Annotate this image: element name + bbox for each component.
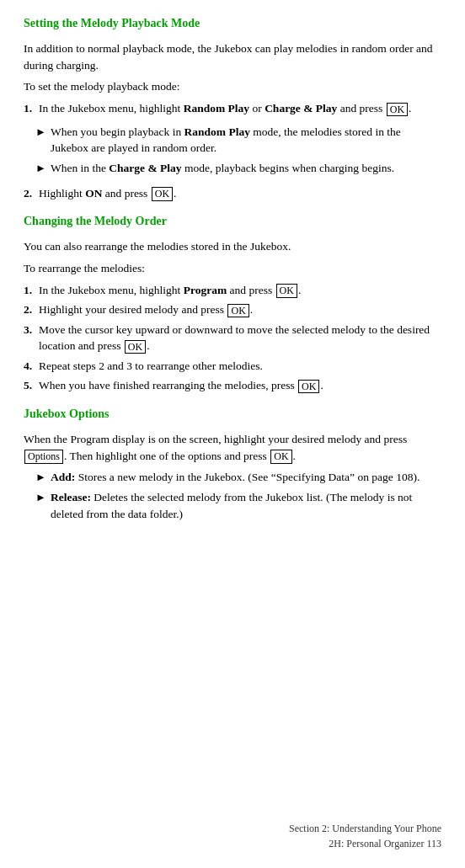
page-footer: Section 2: Understanding Your Phone 2H: … bbox=[24, 813, 441, 851]
step-num-2: 2. bbox=[24, 185, 39, 202]
bold-charge-play-2: Charge & Play bbox=[109, 162, 181, 174]
step-content-2-5: When you have finished rearranging the m… bbox=[39, 377, 441, 394]
ok-box-5: OK bbox=[125, 340, 146, 354]
step-1-1: 1. In the Jukebox menu, highlight Random… bbox=[24, 100, 441, 117]
bullet-2-2: ► Release: Deletes the selected melody f… bbox=[32, 489, 441, 522]
bullet-2-1: ► Add: Stores a new melody in the Jukebo… bbox=[32, 469, 441, 486]
ok-box-2: OK bbox=[152, 187, 173, 200]
step-content-2-3: Move the cursor key upward or downward t… bbox=[39, 322, 441, 354]
bullets-list-2: ► Add: Stores a new melody in the Jukebo… bbox=[32, 469, 441, 525]
step-num-1: 1. bbox=[24, 100, 39, 117]
bullet-content-3: Add: Stores a new melody in the Jukebox.… bbox=[51, 469, 441, 486]
heading-jukebox-options: Jukebox Options bbox=[24, 406, 441, 423]
steps-list-1b: 2. Highlight ON and press OK. bbox=[24, 185, 441, 205]
step-2-3: 3. Move the cursor key upward or downwar… bbox=[24, 322, 441, 354]
heading-melody-order: Changing the Melody Order bbox=[24, 213, 441, 230]
bullet-content-1: When you begin playback in Random Play m… bbox=[51, 124, 441, 157]
bullet-arrow-2: ► bbox=[35, 161, 47, 177]
ok-box-4: OK bbox=[227, 304, 249, 317]
step-num-2-3: 3. bbox=[24, 322, 39, 338]
intro-text-3: When the Program display is on the scree… bbox=[24, 431, 441, 464]
bold-random-play-2: Random Play bbox=[184, 125, 250, 138]
step-num-2-5: 5. bbox=[24, 377, 39, 394]
steps-list-1: 1. In the Jukebox menu, highlight Random… bbox=[24, 100, 441, 120]
bullets-list-1: ► When you begin playback in Random Play… bbox=[32, 124, 441, 180]
step-2-2: 2. Highlight your desired melody and pre… bbox=[24, 301, 441, 318]
step-content-2-2: Highlight your desired melody and press … bbox=[39, 301, 441, 318]
intro-text-2b: To rearrange the melodies: bbox=[24, 260, 441, 277]
step-2-4: 4. Repeat steps 2 and 3 to rearrange oth… bbox=[24, 358, 441, 375]
step-content-2-4: Repeat steps 2 and 3 to rearrange other … bbox=[39, 358, 441, 375]
bold-on: ON bbox=[85, 187, 102, 200]
intro-text-1b: To set the melody playback mode: bbox=[24, 78, 441, 95]
step-content-2: Highlight ON and press OK. bbox=[39, 185, 441, 202]
bold-random-play: Random Play bbox=[184, 102, 249, 114]
bullet-1-1: ► When you begin playback in Random Play… bbox=[32, 124, 441, 157]
bold-charge-play: Charge & Play bbox=[265, 102, 337, 114]
footer-section: Section 2: Understanding Your Phone bbox=[24, 822, 441, 836]
bullet-content-2: When in the Charge & Play mode, playback… bbox=[51, 160, 441, 177]
step-num-2-4: 4. bbox=[24, 358, 39, 375]
bullet-content-4: Release: Deletes the selected melody fro… bbox=[51, 489, 441, 522]
intro-text-2: You can also rearrange the melodies stor… bbox=[24, 238, 441, 255]
bullet-arrow-4: ► bbox=[35, 490, 47, 506]
step-num-2-2: 2. bbox=[24, 301, 39, 318]
intro-text-1: In addition to normal playback mode, the… bbox=[24, 40, 441, 73]
step-content-2-1: In the Jukebox menu, highlight Program a… bbox=[39, 282, 441, 299]
steps-list-2: 1. In the Jukebox menu, highlight Progra… bbox=[24, 282, 441, 397]
heading-melody-playback: Setting the Melody Playback Mode bbox=[24, 15, 441, 32]
options-box: Options bbox=[24, 450, 63, 463]
footer-page: 2H: Personal Organizer 113 bbox=[24, 837, 441, 851]
ok-box-3: OK bbox=[276, 284, 297, 297]
bold-program: Program bbox=[184, 284, 227, 296]
step-2-5: 5. When you have finished rearranging th… bbox=[24, 377, 441, 394]
ok-box-7: OK bbox=[270, 450, 291, 463]
bold-add: Add: bbox=[51, 471, 75, 483]
step-2-1: 1. In the Jukebox menu, highlight Progra… bbox=[24, 282, 441, 299]
ok-box-6: OK bbox=[298, 380, 319, 393]
bold-release: Release: bbox=[51, 491, 91, 503]
bullet-arrow-3: ► bbox=[35, 470, 47, 486]
step-num-2-1: 1. bbox=[24, 282, 39, 299]
bullet-1-2: ► When in the Charge & Play mode, playba… bbox=[32, 160, 441, 177]
bullet-arrow-1: ► bbox=[35, 125, 47, 141]
step-1-2: 2. Highlight ON and press OK. bbox=[24, 185, 441, 202]
step-content-1: In the Jukebox menu, highlight Random Pl… bbox=[39, 100, 441, 117]
ok-box-1: OK bbox=[387, 103, 408, 116]
page-container: Setting the Melody Playback Mode In addi… bbox=[0, 0, 465, 868]
